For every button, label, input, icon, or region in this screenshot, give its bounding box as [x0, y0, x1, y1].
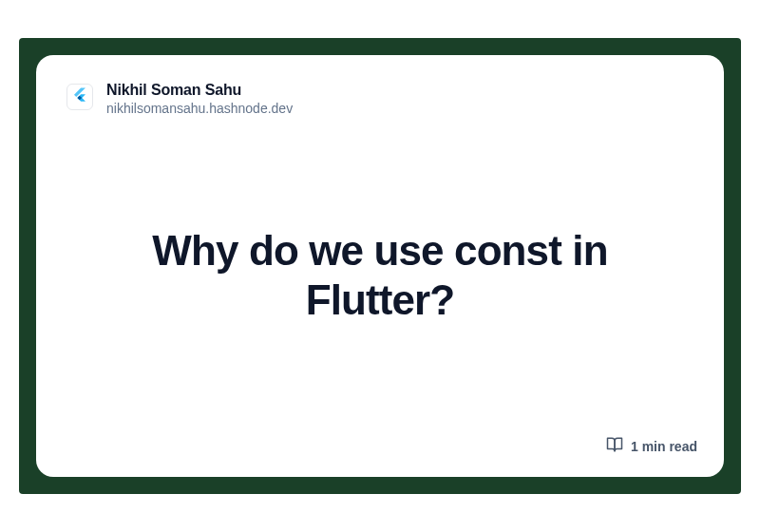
social-card: Nikhil Soman Sahu nikhilsomansahu.hashno… [36, 55, 724, 477]
post-title: Why do we use const in Flutter? [86, 226, 674, 325]
read-time-text: 1 min read [631, 439, 697, 454]
book-open-icon [606, 436, 623, 456]
social-card-frame: Nikhil Soman Sahu nikhilsomansahu.hashno… [19, 38, 741, 494]
read-time-badge: 1 min read [606, 436, 697, 456]
title-container: Why do we use const in Flutter? [66, 97, 694, 454]
